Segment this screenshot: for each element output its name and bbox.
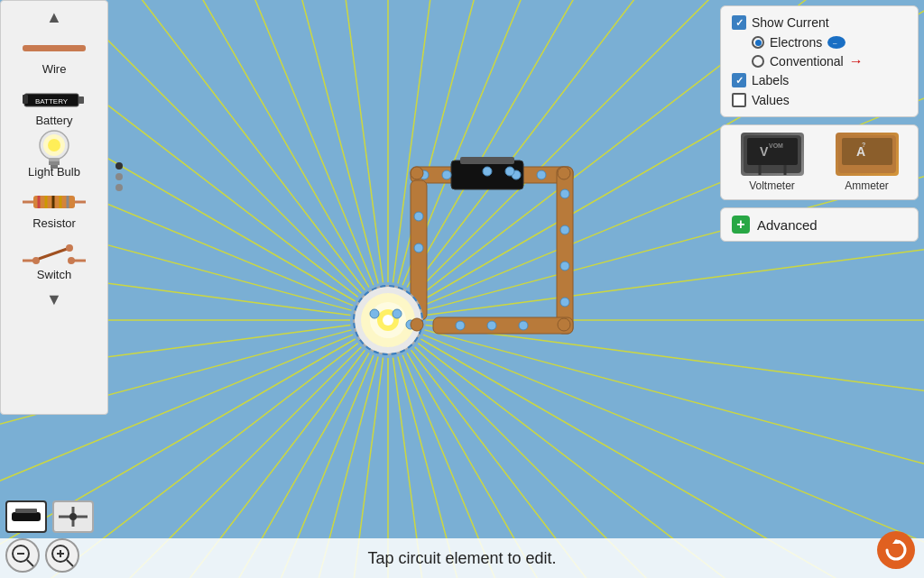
battery-icon: BATTERY (23, 87, 86, 112)
svg-rect-68 (842, 138, 892, 165)
svg-rect-2 (433, 317, 573, 334)
component-sidebar: ▲ Wire BATTERY Battery (0, 0, 108, 415)
svg-point-23 (487, 321, 496, 330)
zoom-out-button[interactable] (5, 538, 40, 573)
show-current-row[interactable]: Show Current (732, 15, 907, 30)
svg-line-78 (27, 560, 33, 566)
svg-point-21 (560, 298, 569, 307)
svg-text:?: ? (862, 142, 865, 148)
resistor-label: Resistor (32, 216, 76, 230)
labels-checkbox[interactable] (732, 73, 746, 87)
advanced-label: Advanced (757, 217, 818, 233)
svg-point-33 (411, 318, 423, 331)
sidebar-item-battery[interactable]: BATTERY Battery (1, 81, 107, 133)
bottom-toolbar (5, 500, 94, 533)
svg-point-17 (505, 167, 514, 176)
svg-text:V: V (760, 144, 769, 159)
scroll-dot-1 (116, 162, 123, 170)
switch-icon (23, 241, 86, 266)
lightbulb-label: Light Bulb (28, 165, 80, 179)
wire-tool-button[interactable] (5, 500, 47, 533)
battery-label: Battery (35, 114, 72, 127)
zoom-in-button[interactable] (45, 538, 79, 573)
sidebar-item-resistor[interactable]: Resistor (1, 184, 107, 235)
conventional-label: Conventional (770, 54, 844, 69)
sidebar-scroll-down[interactable]: ▼ (27, 287, 81, 312)
svg-point-22 (456, 321, 465, 330)
svg-point-56 (66, 244, 73, 252)
scroll-dot-2 (116, 173, 123, 180)
right-panel: Show Current Electrons – Conventional → … (720, 5, 919, 242)
svg-rect-71 (12, 512, 41, 521)
values-row[interactable]: Values (732, 93, 907, 107)
labels-row[interactable]: Labels (732, 73, 907, 87)
options-panel: Show Current Electrons – Conventional → … (720, 5, 919, 117)
voltmeter-item[interactable]: V VOM Voltmeter (741, 133, 804, 192)
advanced-plus-icon: + (732, 216, 750, 234)
sidebar-item-wire[interactable]: Wire (1, 30, 107, 81)
svg-point-16 (483, 167, 492, 176)
values-label: Values (752, 93, 790, 107)
svg-point-32 (558, 318, 570, 331)
advanced-panel[interactable]: + Advanced (720, 207, 919, 242)
lightbulb-icon (23, 138, 86, 163)
svg-text:VOM: VOM (769, 142, 783, 149)
svg-point-31 (558, 167, 570, 179)
switch-label: Switch (37, 268, 71, 281)
meters-panel: V VOM Voltmeter A ? Am (720, 124, 919, 200)
ammeter-image: A ? (836, 133, 899, 176)
scroll-dot-3 (116, 184, 123, 191)
conventional-arrow: → (849, 53, 864, 69)
svg-point-27 (370, 309, 379, 318)
voltmeter-image: V VOM (741, 133, 804, 176)
show-current-checkbox[interactable] (732, 15, 746, 30)
svg-rect-5 (460, 157, 514, 164)
svg-point-26 (414, 243, 423, 252)
svg-point-19 (560, 225, 569, 234)
svg-point-10 (383, 315, 393, 326)
electrons-radio[interactable] (752, 36, 764, 49)
svg-point-13 (442, 170, 451, 179)
svg-rect-72 (15, 509, 37, 513)
svg-rect-42 (49, 158, 60, 161)
resistor-icon (23, 189, 86, 215)
svg-point-58 (68, 257, 75, 264)
svg-point-41 (48, 139, 60, 151)
status-text: Tap circuit element to edit. (367, 549, 556, 568)
junction-tool-button[interactable] (52, 500, 94, 533)
electron-indicator: – (827, 36, 845, 49)
svg-point-28 (393, 309, 402, 318)
svg-text:BATTERY: BATTERY (35, 97, 69, 106)
zoom-controls (5, 538, 79, 573)
sidebar-scroll-up[interactable]: ▲ (27, 5, 81, 30)
svg-line-82 (67, 560, 73, 566)
svg-rect-34 (23, 45, 86, 51)
svg-point-25 (414, 212, 423, 221)
conventional-row[interactable]: Conventional → (752, 53, 907, 69)
svg-rect-37 (23, 95, 28, 104)
sidebar-item-lightbulb[interactable]: Light Bulb (1, 133, 107, 184)
svg-point-18 (560, 189, 569, 198)
status-bar: Tap circuit element to edit. (0, 538, 924, 578)
labels-label: Labels (752, 73, 789, 87)
show-current-label: Show Current (752, 15, 829, 30)
svg-point-24 (519, 321, 528, 330)
svg-text:–: – (833, 39, 837, 47)
svg-point-30 (411, 167, 423, 179)
electrons-row[interactable]: Electrons – (752, 35, 907, 50)
ammeter-label: Ammeter (845, 179, 889, 192)
sidebar-scroll-indicator (116, 162, 123, 216)
values-checkbox[interactable] (732, 93, 746, 107)
wire-icon (23, 35, 86, 60)
svg-point-75 (69, 513, 77, 520)
svg-line-55 (39, 248, 69, 259)
sidebar-item-switch[interactable]: Switch (1, 235, 107, 287)
svg-point-20 (560, 261, 569, 271)
conventional-radio[interactable] (752, 55, 764, 68)
refresh-button[interactable] (877, 531, 915, 569)
svg-rect-36 (79, 96, 84, 104)
voltmeter-label: Voltmeter (749, 179, 795, 192)
ammeter-item[interactable]: A ? Ammeter (836, 133, 899, 192)
svg-point-15 (537, 170, 546, 179)
wire-label: Wire (42, 62, 67, 76)
